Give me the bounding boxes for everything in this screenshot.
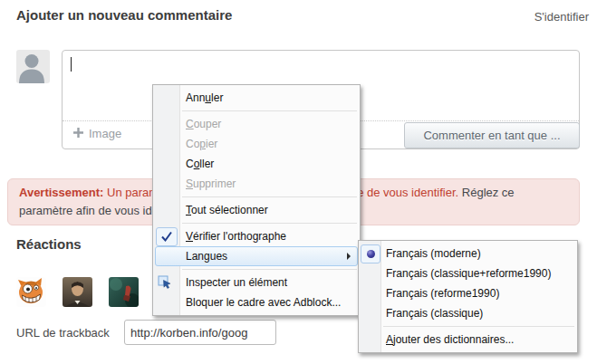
person-silhouette-icon bbox=[16, 71, 50, 83]
context-menu-item-langues[interactable]: Langues bbox=[155, 246, 358, 266]
menu-separator bbox=[182, 223, 357, 224]
page-title: Ajouter un nouveau commentaire bbox=[16, 7, 232, 23]
menu-item-label: Français (classique) bbox=[386, 307, 483, 320]
menu-item-label: Tout sélectionner bbox=[186, 204, 268, 216]
menu-separator bbox=[182, 269, 357, 270]
menu-separator bbox=[383, 326, 574, 327]
context-menu-item-couper: Couper bbox=[153, 114, 360, 134]
menu-item-label: Ajouter des dictionnaires... bbox=[386, 333, 514, 346]
context-menu-item-coller[interactable]: Coller bbox=[153, 154, 360, 174]
menu-item-label: Annuler bbox=[186, 91, 223, 104]
avatar-placeholder bbox=[16, 50, 50, 83]
menu-item-label: Vérifier l'orthographe bbox=[186, 230, 286, 243]
menu-separator bbox=[182, 110, 357, 111]
checkmark-icon bbox=[156, 227, 178, 246]
reactions-avatars bbox=[16, 277, 139, 307]
menu-item-label: Inspecter un élément bbox=[186, 276, 287, 289]
menu-separator bbox=[182, 196, 357, 197]
context-menu-item-supprimer: Supprimer bbox=[153, 174, 360, 194]
reactions-title: Réactions bbox=[16, 236, 82, 252]
image-button[interactable]: Image bbox=[73, 127, 121, 140]
language-submenu-item-francais-classique[interactable]: Français (classique) bbox=[359, 303, 577, 323]
portrait-photo-avatar[interactable] bbox=[63, 277, 92, 307]
menu-item-label: Bloquer le cadre avec Adblock... bbox=[186, 296, 341, 309]
context-menu: AnnulerCouperCopierCollerSupprimerTout s… bbox=[152, 84, 361, 316]
fantasy-art-avatar[interactable] bbox=[109, 277, 139, 307]
context-menu-item-tout-selectionner[interactable]: Tout sélectionner bbox=[153, 200, 360, 220]
submenu-arrow-icon bbox=[347, 253, 351, 260]
menu-item-label: Couper bbox=[186, 118, 221, 130]
context-menu-item-verifier-l-orthographe[interactable]: Vérifier l'orthographe bbox=[153, 226, 360, 246]
context-menu-item-inspecter-un-element[interactable]: Inspecter un élément bbox=[153, 273, 360, 292]
menu-item-label: Supprimer bbox=[186, 177, 236, 190]
context-menu-item-annuler[interactable]: Annuler bbox=[153, 88, 360, 108]
language-submenu-item-francais-classique-reforme1990[interactable]: Français (classique+reforme1990) bbox=[359, 263, 577, 283]
radio-icon bbox=[361, 244, 380, 263]
language-submenu-item-ajouter-des-dictionnaires[interactable]: Ajouter des dictionnaires... bbox=[359, 330, 577, 350]
menu-item-label: Français (classique+reforme1990) bbox=[386, 267, 551, 280]
menu-item-label: Français (reforme1990) bbox=[386, 287, 499, 300]
context-menu-item-bloquer-le-cadre-avec-adblock[interactable]: Bloquer le cadre avec Adblock... bbox=[153, 292, 360, 312]
language-submenu-item-francais-moderne[interactable]: Français (moderne) bbox=[359, 244, 577, 263]
menu-item-label: Copier bbox=[186, 138, 217, 150]
warning-prefix: Avertissement: bbox=[19, 186, 103, 199]
language-submenu: Français (moderne)Français (classique+re… bbox=[358, 240, 578, 353]
menu-item-label: Français (moderne) bbox=[386, 247, 481, 260]
image-button-label: Image bbox=[89, 127, 121, 140]
orange-cat-avatar[interactable] bbox=[16, 277, 46, 307]
plus-icon bbox=[73, 127, 83, 140]
trackback-label: URL de trackback bbox=[16, 326, 110, 340]
comment-as-button[interactable]: Commenter en tant que ... bbox=[404, 122, 580, 148]
menu-item-label: Coller bbox=[186, 158, 214, 170]
inspector-icon bbox=[158, 275, 172, 290]
signin-link[interactable]: S'identifier bbox=[534, 10, 589, 24]
language-submenu-item-francais-reforme1990[interactable]: Français (reforme1990) bbox=[359, 283, 577, 303]
text-cursor bbox=[71, 57, 72, 72]
context-menu-item-copier: Copier bbox=[153, 134, 360, 154]
menu-item-label: Langues bbox=[186, 250, 227, 263]
trackback-input[interactable] bbox=[124, 320, 276, 345]
